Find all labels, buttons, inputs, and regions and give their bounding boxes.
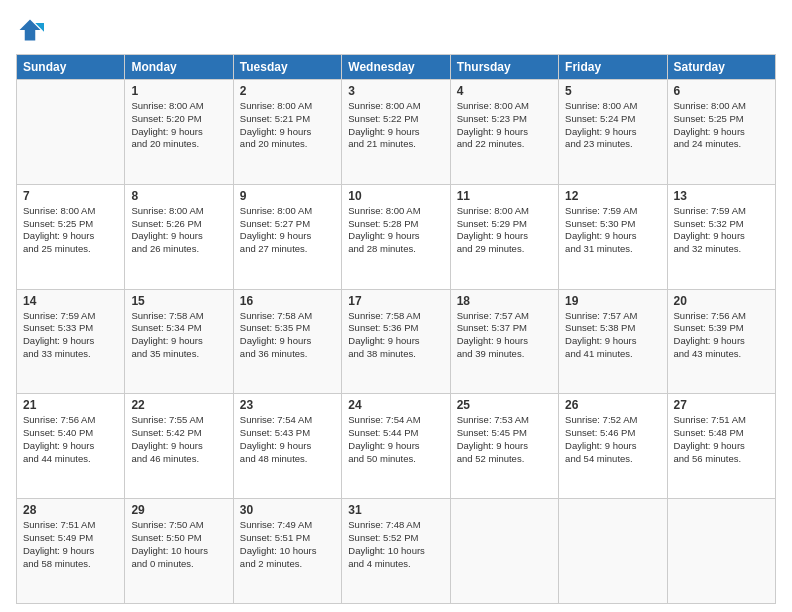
calendar-cell: 26Sunrise: 7:52 AMSunset: 5:46 PMDayligh…: [559, 394, 667, 499]
header-cell-monday: Monday: [125, 55, 233, 80]
header: [16, 16, 776, 44]
cell-content: Sunrise: 7:58 AMSunset: 5:35 PMDaylight:…: [240, 310, 335, 361]
calendar-cell: 7Sunrise: 8:00 AMSunset: 5:25 PMDaylight…: [17, 184, 125, 289]
day-number: 25: [457, 398, 552, 412]
calendar-cell: 30Sunrise: 7:49 AMSunset: 5:51 PMDayligh…: [233, 499, 341, 604]
calendar-cell: 23Sunrise: 7:54 AMSunset: 5:43 PMDayligh…: [233, 394, 341, 499]
cell-content: Sunrise: 8:00 AMSunset: 5:22 PMDaylight:…: [348, 100, 443, 151]
header-cell-friday: Friday: [559, 55, 667, 80]
cell-content: Sunrise: 7:54 AMSunset: 5:43 PMDaylight:…: [240, 414, 335, 465]
day-number: 22: [131, 398, 226, 412]
cell-content: Sunrise: 7:51 AMSunset: 5:49 PMDaylight:…: [23, 519, 118, 570]
cell-content: Sunrise: 7:52 AMSunset: 5:46 PMDaylight:…: [565, 414, 660, 465]
cell-content: Sunrise: 8:00 AMSunset: 5:23 PMDaylight:…: [457, 100, 552, 151]
header-row: SundayMondayTuesdayWednesdayThursdayFrid…: [17, 55, 776, 80]
week-row-2: 7Sunrise: 8:00 AMSunset: 5:25 PMDaylight…: [17, 184, 776, 289]
cell-content: Sunrise: 8:00 AMSunset: 5:25 PMDaylight:…: [674, 100, 769, 151]
cell-content: Sunrise: 7:48 AMSunset: 5:52 PMDaylight:…: [348, 519, 443, 570]
day-number: 8: [131, 189, 226, 203]
cell-content: Sunrise: 7:50 AMSunset: 5:50 PMDaylight:…: [131, 519, 226, 570]
calendar-cell: 11Sunrise: 8:00 AMSunset: 5:29 PMDayligh…: [450, 184, 558, 289]
day-number: 17: [348, 294, 443, 308]
cell-content: Sunrise: 7:58 AMSunset: 5:36 PMDaylight:…: [348, 310, 443, 361]
day-number: 11: [457, 189, 552, 203]
day-number: 10: [348, 189, 443, 203]
cell-content: Sunrise: 8:00 AMSunset: 5:25 PMDaylight:…: [23, 205, 118, 256]
day-number: 21: [23, 398, 118, 412]
day-number: 23: [240, 398, 335, 412]
calendar-cell: [559, 499, 667, 604]
header-cell-saturday: Saturday: [667, 55, 775, 80]
calendar-cell: 21Sunrise: 7:56 AMSunset: 5:40 PMDayligh…: [17, 394, 125, 499]
day-number: 7: [23, 189, 118, 203]
cell-content: Sunrise: 7:57 AMSunset: 5:37 PMDaylight:…: [457, 310, 552, 361]
day-number: 29: [131, 503, 226, 517]
calendar-cell: 17Sunrise: 7:58 AMSunset: 5:36 PMDayligh…: [342, 289, 450, 394]
calendar-cell: 24Sunrise: 7:54 AMSunset: 5:44 PMDayligh…: [342, 394, 450, 499]
cell-content: Sunrise: 7:56 AMSunset: 5:39 PMDaylight:…: [674, 310, 769, 361]
cell-content: Sunrise: 8:00 AMSunset: 5:28 PMDaylight:…: [348, 205, 443, 256]
calendar-cell: 8Sunrise: 8:00 AMSunset: 5:26 PMDaylight…: [125, 184, 233, 289]
header-cell-wednesday: Wednesday: [342, 55, 450, 80]
cell-content: Sunrise: 7:54 AMSunset: 5:44 PMDaylight:…: [348, 414, 443, 465]
cell-content: Sunrise: 8:00 AMSunset: 5:24 PMDaylight:…: [565, 100, 660, 151]
cell-content: Sunrise: 7:57 AMSunset: 5:38 PMDaylight:…: [565, 310, 660, 361]
calendar-cell: 15Sunrise: 7:58 AMSunset: 5:34 PMDayligh…: [125, 289, 233, 394]
calendar-cell: 31Sunrise: 7:48 AMSunset: 5:52 PMDayligh…: [342, 499, 450, 604]
cell-content: Sunrise: 8:00 AMSunset: 5:20 PMDaylight:…: [131, 100, 226, 151]
calendar-cell: 25Sunrise: 7:53 AMSunset: 5:45 PMDayligh…: [450, 394, 558, 499]
day-number: 15: [131, 294, 226, 308]
calendar-cell: 13Sunrise: 7:59 AMSunset: 5:32 PMDayligh…: [667, 184, 775, 289]
day-number: 31: [348, 503, 443, 517]
day-number: 30: [240, 503, 335, 517]
day-number: 26: [565, 398, 660, 412]
day-number: 20: [674, 294, 769, 308]
cell-content: Sunrise: 7:49 AMSunset: 5:51 PMDaylight:…: [240, 519, 335, 570]
day-number: 3: [348, 84, 443, 98]
cell-content: Sunrise: 7:53 AMSunset: 5:45 PMDaylight:…: [457, 414, 552, 465]
calendar-cell: 4Sunrise: 8:00 AMSunset: 5:23 PMDaylight…: [450, 80, 558, 185]
svg-marker-0: [20, 20, 41, 41]
day-number: 27: [674, 398, 769, 412]
calendar-cell: 2Sunrise: 8:00 AMSunset: 5:21 PMDaylight…: [233, 80, 341, 185]
day-number: 5: [565, 84, 660, 98]
calendar-cell: [667, 499, 775, 604]
cell-content: Sunrise: 7:59 AMSunset: 5:33 PMDaylight:…: [23, 310, 118, 361]
calendar-cell: 5Sunrise: 8:00 AMSunset: 5:24 PMDaylight…: [559, 80, 667, 185]
calendar-cell: 6Sunrise: 8:00 AMSunset: 5:25 PMDaylight…: [667, 80, 775, 185]
week-row-4: 21Sunrise: 7:56 AMSunset: 5:40 PMDayligh…: [17, 394, 776, 499]
cell-content: Sunrise: 8:00 AMSunset: 5:26 PMDaylight:…: [131, 205, 226, 256]
day-number: 4: [457, 84, 552, 98]
calendar-cell: 10Sunrise: 8:00 AMSunset: 5:28 PMDayligh…: [342, 184, 450, 289]
page: SundayMondayTuesdayWednesdayThursdayFrid…: [0, 0, 792, 612]
calendar-cell: 9Sunrise: 8:00 AMSunset: 5:27 PMDaylight…: [233, 184, 341, 289]
calendar-cell: 19Sunrise: 7:57 AMSunset: 5:38 PMDayligh…: [559, 289, 667, 394]
day-number: 14: [23, 294, 118, 308]
day-number: 6: [674, 84, 769, 98]
calendar-cell: 22Sunrise: 7:55 AMSunset: 5:42 PMDayligh…: [125, 394, 233, 499]
calendar-cell: 18Sunrise: 7:57 AMSunset: 5:37 PMDayligh…: [450, 289, 558, 394]
calendar-cell: [17, 80, 125, 185]
calendar-cell: 29Sunrise: 7:50 AMSunset: 5:50 PMDayligh…: [125, 499, 233, 604]
calendar-cell: 20Sunrise: 7:56 AMSunset: 5:39 PMDayligh…: [667, 289, 775, 394]
day-number: 19: [565, 294, 660, 308]
calendar-table: SundayMondayTuesdayWednesdayThursdayFrid…: [16, 54, 776, 604]
cell-content: Sunrise: 7:59 AMSunset: 5:30 PMDaylight:…: [565, 205, 660, 256]
header-cell-sunday: Sunday: [17, 55, 125, 80]
day-number: 1: [131, 84, 226, 98]
day-number: 13: [674, 189, 769, 203]
day-number: 16: [240, 294, 335, 308]
calendar-cell: 12Sunrise: 7:59 AMSunset: 5:30 PMDayligh…: [559, 184, 667, 289]
cell-content: Sunrise: 7:51 AMSunset: 5:48 PMDaylight:…: [674, 414, 769, 465]
header-cell-thursday: Thursday: [450, 55, 558, 80]
calendar-cell: 3Sunrise: 8:00 AMSunset: 5:22 PMDaylight…: [342, 80, 450, 185]
cell-content: Sunrise: 7:55 AMSunset: 5:42 PMDaylight:…: [131, 414, 226, 465]
calendar-cell: [450, 499, 558, 604]
week-row-1: 1Sunrise: 8:00 AMSunset: 5:20 PMDaylight…: [17, 80, 776, 185]
day-number: 24: [348, 398, 443, 412]
calendar-cell: 16Sunrise: 7:58 AMSunset: 5:35 PMDayligh…: [233, 289, 341, 394]
day-number: 12: [565, 189, 660, 203]
day-number: 9: [240, 189, 335, 203]
cell-content: Sunrise: 8:00 AMSunset: 5:27 PMDaylight:…: [240, 205, 335, 256]
week-row-3: 14Sunrise: 7:59 AMSunset: 5:33 PMDayligh…: [17, 289, 776, 394]
